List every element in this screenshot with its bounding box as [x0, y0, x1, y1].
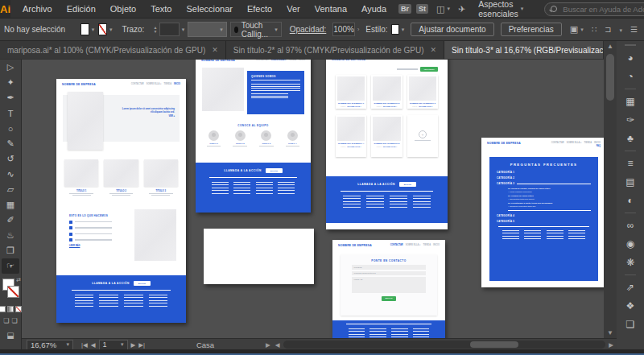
artboard-home[interactable]: NOMBRE DE EMPRESA CONTACTARSOBRE ELLA ▾T…	[56, 79, 186, 323]
panel-menu-icon[interactable]: ☰	[630, 25, 638, 34]
paintbrush-tool[interactable]: ✎	[2, 136, 19, 151]
appearance-panel-icon[interactable]: ◉	[619, 234, 642, 253]
draw-behind-icon[interactable]: ❏	[12, 317, 18, 324]
rotate-tool[interactable]: ↺	[2, 151, 19, 167]
pasteboard[interactable]: NOMBRE DE EMPRESA CONTACTARSOBRE ELLA ▾T…	[22, 60, 604, 338]
swatches-panel-icon[interactable]: ▦	[619, 92, 642, 110]
grid-icon[interactable]: ∷	[592, 25, 597, 34]
layers-panel-icon[interactable]: ❖	[619, 296, 642, 315]
ellipse-tool[interactable]: ○	[2, 121, 19, 136]
eyedropper-tool[interactable]: ✐	[2, 213, 19, 228]
menu-item[interactable]: Seleccionar	[179, 0, 239, 18]
magic-wand-tool[interactable]: ✦	[2, 75, 19, 90]
artboard-shop[interactable]: NOMBRE DE EMPRESA CONTACTARSOBRE ELLA ▾T…	[326, 60, 448, 229]
vertical-scrollbar[interactable]: ▲ ▼	[603, 41, 617, 338]
workspace-switcher[interactable]: Aspectos esenciales	[478, 0, 518, 19]
selection-tool[interactable]: ▷	[2, 60, 19, 75]
opacity-label[interactable]: Opacidad:	[290, 25, 327, 34]
gradient-mode-button[interactable]	[7, 306, 14, 312]
cta-heading: LLAMADA A LA ACCIÓN	[224, 169, 261, 172]
graphic-styles-panel-icon[interactable]: ❋	[619, 253, 642, 271]
wireframe-footer: LLAMADA A LA ACCIÓNBOTÓN	[56, 275, 186, 323]
fill-stroke-control[interactable]: ⇄	[0, 277, 21, 303]
tab-close-icon[interactable]: ✕	[431, 46, 437, 54]
color-guide-panel-icon[interactable]: ◔	[619, 67, 642, 85]
previous-artboard-icon[interactable]: ◀	[91, 341, 96, 349]
stroke-weight-value[interactable]	[159, 23, 180, 36]
artboard-blank[interactable]	[204, 229, 314, 284]
color-panel-icon[interactable]: ◕	[619, 48, 642, 67]
screen-mode-icon[interactable]: ⬓	[6, 331, 14, 340]
pen-tool[interactable]: ✒	[2, 90, 19, 105]
member-title: TITULO 2	[229, 142, 252, 145]
color-mode-button[interactable]	[0, 306, 6, 312]
scroll-down-icon[interactable]: ▼	[604, 329, 617, 336]
document-tab[interactable]: Sin título-2* al 97% (CMYK/Previsualizac…	[226, 41, 444, 59]
menu-item[interactable]: Archivo	[15, 0, 60, 18]
menu-item[interactable]: Texto	[143, 0, 179, 18]
swap-fill-stroke-icon[interactable]: ⇄	[16, 277, 21, 283]
zoom-level-dropdown[interactable]: 16,67%▾	[27, 340, 73, 350]
menu-item[interactable]: Ayuda	[354, 0, 394, 18]
none-mode-button[interactable]	[15, 306, 22, 312]
brushes-panel-icon[interactable]: ✑	[619, 110, 642, 129]
horizontal-scroll-thumb[interactable]	[470, 341, 518, 348]
menu-item[interactable]: Efecto	[240, 0, 279, 18]
type-tool[interactable]: T	[2, 105, 19, 121]
preferences-button[interactable]: Preferencias	[501, 23, 562, 36]
document-tab[interactable]: mariposa.ai* al 100% (CMYK/Previsualizac…	[0, 41, 226, 59]
horizontal-scrollbar[interactable]	[283, 341, 606, 349]
cc-libraries-panel-icon[interactable]: ∞	[619, 216, 642, 234]
share-icon[interactable]: ✈	[458, 4, 465, 14]
help-search-box[interactable]	[544, 2, 644, 16]
artboard-number-dropdown[interactable]: 1▾	[99, 340, 128, 350]
stroke-label[interactable]: Trazo:	[122, 25, 144, 34]
gradient-panel-icon[interactable]: ▤	[619, 172, 642, 191]
opacity-value[interactable]: 100%	[332, 23, 355, 36]
stroke-color-swatch[interactable]	[7, 286, 19, 298]
artboard-faq[interactable]: NOMBRE DE EMPRESA CONTACTARSOBRE ELLA ▾T…	[481, 138, 604, 287]
artboard-about[interactable]: NOMBRE DE EMPRESA CONTACTARSOBRE ELLA ▾T…	[196, 60, 311, 213]
scroll-left-icon[interactable]: ◀	[275, 341, 280, 349]
transparency-panel-icon[interactable]: ◐	[619, 191, 642, 209]
brush-definition-dropdown[interactable]: Touch Callig...▾	[230, 22, 282, 37]
stroke-swatch[interactable]	[98, 23, 107, 35]
fit-document-button[interactable]: Ajustar documento	[411, 23, 493, 36]
stock-button[interactable]: St	[416, 4, 428, 14]
artboards-panel-icon[interactable]: ❏	[619, 315, 642, 333]
shape-builder-tool[interactable]: ▱	[2, 182, 19, 197]
menu-item[interactable]: Ventana	[308, 0, 354, 18]
perspective-grid-tool[interactable]: ▦	[2, 197, 19, 213]
stroke-weight-stepper[interactable]: ▲▼	[153, 26, 157, 34]
hand-tool[interactable]: ☞	[2, 258, 19, 274]
menu-item[interactable]: Ver	[279, 0, 308, 18]
first-artboard-icon[interactable]: |◀	[81, 341, 88, 349]
dock-grip[interactable]	[625, 44, 636, 46]
menu-item[interactable]: Objeto	[103, 0, 143, 18]
tab-close-icon[interactable]: ✕	[212, 46, 218, 54]
status-menu-icon[interactable]: ▶	[266, 341, 270, 349]
bridge-button[interactable]: Br	[398, 4, 411, 14]
width-tool[interactable]: ∿	[2, 167, 19, 182]
style-swatch[interactable]	[391, 24, 398, 35]
vertical-scroll-thumb[interactable]	[606, 54, 614, 101]
search-input[interactable]	[561, 4, 644, 14]
fill-swatch[interactable]	[80, 23, 89, 35]
symbols-panel-icon[interactable]: ♣	[619, 129, 642, 147]
arrange-windows-icon[interactable]: ◫	[436, 4, 444, 14]
artboard-contact[interactable]: NOMBRE DE EMPRESA CONTACTARSOBRE ELLA ▾T…	[332, 240, 445, 338]
next-artboard-icon[interactable]: ▶	[131, 341, 136, 349]
stroke-panel-icon[interactable]: ≡	[619, 154, 642, 172]
rotate-view-icon[interactable]: ⊐▾	[605, 25, 622, 34]
artboard-tool[interactable]: ❐	[2, 243, 19, 258]
scroll-right-icon[interactable]: ▶	[609, 341, 613, 349]
menu-item[interactable]: Edición	[60, 0, 103, 18]
chevron-down-icon: ▾	[66, 341, 69, 348]
symbol-sprayer-tool[interactable]: ♨	[2, 228, 19, 243]
asset-export-panel-icon[interactable]: ⇗	[619, 278, 642, 296]
draw-normal-icon[interactable]: ❏	[3, 317, 9, 324]
scroll-up-icon[interactable]: ▲	[604, 43, 617, 50]
last-artboard-icon[interactable]: ▶|	[138, 341, 145, 349]
arrange-documents-icon[interactable]: ▣	[570, 24, 578, 35]
footer-links	[326, 194, 448, 208]
